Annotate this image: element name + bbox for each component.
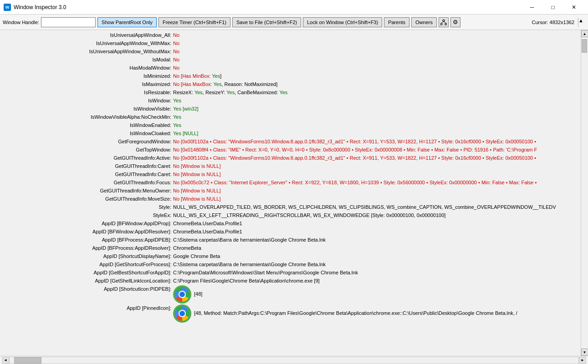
property-row: AppID [ShortcutIcon:PIDPEB]:[48] — [0, 285, 581, 304]
property-value: No — [173, 31, 179, 39]
property-name: IsUniversalAppWindow_WithMax: — [0, 40, 173, 47]
property-row: AppID [GetShortcutForProcess]:C:\Sistema… — [0, 260, 581, 268]
minimize-button[interactable]: ─ — [522, 0, 542, 15]
property-name: IsMinimized: — [0, 72, 173, 80]
property-name: AppID [ShortcutIcon:PIDPEB]: — [0, 285, 173, 303]
toolbar: Window Handle: Show ParentRoot Only Free… — [0, 15, 588, 30]
chrome-icon — [173, 304, 191, 323]
owners-button[interactable]: Owners — [411, 17, 437, 27]
property-name: IsWindowCloaked: — [0, 130, 173, 137]
property-value: C:\ProgramData\Microsoft\Windows\Start M… — [173, 269, 358, 276]
scroll-down-button[interactable]: ▼ — [581, 349, 588, 356]
property-row: StyleEx:NULL_WS_EX_LEFT__LTRREADING__RIG… — [0, 211, 581, 219]
svg-line-4 — [444, 21, 446, 23]
settings-icon[interactable]: ⚙ — [450, 17, 460, 27]
maximize-button[interactable]: □ — [542, 0, 563, 15]
property-row: GetForegroundWindow:No [0x00f1102a • Cla… — [0, 137, 581, 146]
property-name: AppID [BFWindow:AppIDProp]: — [0, 220, 173, 227]
property-name: IsModal: — [0, 56, 173, 63]
app-icon: W — [4, 4, 11, 11]
property-name: IsUniversalAppWindow_All: — [0, 31, 173, 39]
property-row: IsModal:No — [0, 56, 581, 64]
property-value: No — [173, 64, 179, 71]
scrollbar-thumb[interactable] — [582, 39, 587, 53]
property-name: AppID [PinnedIcon]: — [0, 304, 173, 323]
property-name: AppID [BFProcess:AppIDResolver]: — [0, 244, 173, 252]
window-handle-input[interactable] — [41, 17, 96, 27]
property-value: No [Window is NULL] — [173, 162, 221, 170]
property-row: AppID [PinnedIcon]:[48, Method: Match:Pa… — [0, 304, 581, 323]
svg-point-10 — [179, 311, 185, 316]
property-row: IsWindow:Yes — [0, 96, 581, 105]
property-value: No — [173, 56, 179, 63]
svg-line-3 — [441, 21, 444, 23]
horizontal-scrollbar-thumb[interactable] — [14, 357, 41, 364]
title-bar-text: Window Inspector 3.0 — [14, 4, 522, 10]
property-row: HasModalWindow:No — [0, 64, 581, 72]
property-name: IsResizable: — [0, 89, 173, 96]
property-row: AppID [BFWindow:AppIDResolver]:ChromeBet… — [0, 228, 581, 236]
lock-on-window-button[interactable]: Lock on Window (Ctrl+Shift+F3) — [303, 17, 382, 27]
property-value: NULL_WS_EX_LEFT__LTRREADING__RIGHTSCROLL… — [173, 212, 445, 219]
freeze-timer-button[interactable]: Freeze Timer (Ctrl+Shift+F1) — [159, 17, 230, 27]
property-name: IsMaximized: — [0, 81, 173, 88]
property-name: GetGUIThreadInfo:Focus: — [0, 179, 173, 186]
property-row: IsWindowCloaked:Yes [NULL] — [0, 129, 581, 137]
chrome-icon — [173, 285, 191, 303]
properties-scroll[interactable]: IsUniversalAppWindow_All:NoIsUniversalAp… — [0, 30, 581, 356]
property-row: AppID [BFProcess:AppIDPEB]:C:\Sistema ca… — [0, 236, 581, 244]
property-name: IsUniversalAppWindow_WithoutMax: — [0, 48, 173, 55]
vertical-scrollbar[interactable]: ▲ ▼ — [581, 30, 588, 356]
network-icon[interactable] — [439, 17, 449, 27]
property-row: GetGUIThreadInfo:Caret:No [Window is NUL… — [0, 170, 581, 178]
property-value: ResizeX: Yes, ResizeY: Yes, CanBeMaximiz… — [173, 89, 287, 96]
hscroll-left-button[interactable]: ◄ — [2, 357, 9, 364]
close-button[interactable]: ✕ — [563, 0, 584, 15]
svg-point-0 — [443, 20, 445, 21]
save-to-file-button[interactable]: Save to File (Ctrl+Shift+F2) — [232, 17, 301, 27]
property-row: GetGUIThreadInfo:Caret:No [Window is NUL… — [0, 162, 581, 170]
svg-point-1 — [440, 23, 442, 25]
property-value: No [0x014808f4 • Class: "IME" • Rect: X=… — [173, 146, 537, 153]
property-value: No [0x00f1102a • Class: "WindowsForms10.… — [173, 138, 536, 145]
scroll-arrow-up[interactable]: ▲ — [578, 18, 585, 27]
property-value: No [Has MaxBox: Yes, Reason: NotMaximize… — [173, 81, 277, 88]
property-value: Yes [NULL] — [173, 130, 198, 137]
property-row: IsWindowEnabled:Yes — [0, 121, 581, 129]
handle-label: Window Handle: — [3, 20, 39, 25]
show-parent-root-button[interactable]: Show ParentRoot Only — [97, 17, 157, 27]
property-name: HasModalWindow: — [0, 64, 173, 71]
property-row: Style:NULL_WS_OVERLAPPED_TILED, WS_BORDE… — [0, 203, 581, 211]
property-row: AppID [BFProcess:AppIDResolver]:ChromeBe… — [0, 244, 581, 252]
property-name: IsWindowEnabled: — [0, 121, 173, 129]
scroll-up-button[interactable]: ▲ — [581, 30, 588, 37]
property-name: IsWindowVisibleAlpha:NoCheckMin: — [0, 113, 173, 121]
property-name: AppID [BFProcess:AppIDPEB]: — [0, 236, 173, 243]
property-name: AppID [BFWindow:AppIDResolver]: — [0, 228, 173, 235]
property-row: IsWindowVisibleAlpha:NoCheckMin:Yes — [0, 113, 581, 121]
property-row: IsResizable:ResizeX: Yes, ResizeY: Yes, … — [0, 88, 581, 96]
property-value: No [Window is NULL] — [173, 195, 221, 202]
property-name: AppID [ShortcutDisplayName]: — [0, 253, 173, 260]
property-value: No [0x00f1102a • Class: "WindowsForms10.… — [173, 154, 536, 162]
property-value: [48] — [173, 285, 202, 303]
property-name: IsWindow: — [0, 97, 173, 104]
property-name: GetGUIThreadInfo:Caret: — [0, 171, 173, 178]
property-name: StyleEx: — [0, 212, 173, 219]
property-row: IsUniversalAppWindow_WithoutMax:No — [0, 47, 581, 56]
property-value: Yes — [173, 97, 181, 104]
parents-button[interactable]: Parents — [384, 17, 409, 27]
svg-point-2 — [445, 23, 447, 25]
property-row: GetGUIThreadInfo:Active:No [0x00f1102a •… — [0, 154, 581, 162]
horizontal-scrollbar-track[interactable] — [9, 357, 579, 364]
property-name: GetGUIThreadInfo:MoveSize: — [0, 195, 173, 202]
property-row: AppID [BFWindow:AppIDProp]:ChromeBeta.Us… — [0, 219, 581, 228]
property-value: Yes — [173, 121, 181, 129]
hscroll-right-button[interactable]: ► — [579, 357, 586, 364]
property-name: GetGUIThreadInfo:MenuOwner: — [0, 187, 173, 194]
property-value: Yes [win32] — [173, 105, 199, 112]
property-value: No [Has MinBox: Yes] — [173, 72, 221, 80]
property-value: No [Window is NULL] — [173, 187, 221, 194]
property-row: IsUniversalAppWindow_All:No — [0, 31, 581, 39]
property-row: AppID [ShortcutDisplayName]:Google Chrom… — [0, 252, 581, 260]
